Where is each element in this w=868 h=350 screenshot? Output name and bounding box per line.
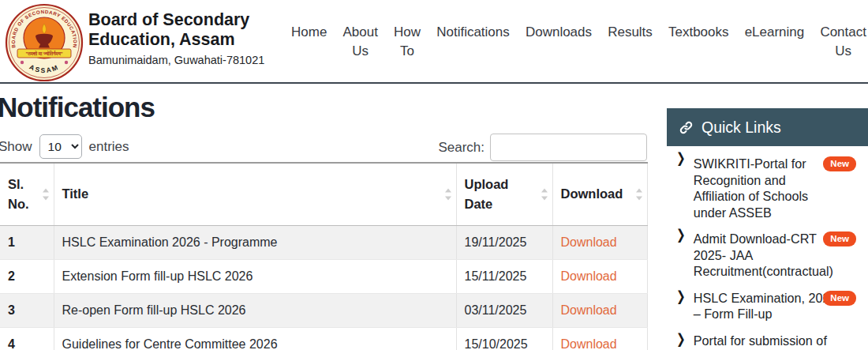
entries-control: Show 10 entries <box>0 134 129 159</box>
cell-download: Download <box>552 293 647 327</box>
cell-sl-no: 1 <box>0 225 54 259</box>
download-link[interactable]: Download <box>561 235 617 249</box>
new-badge: New <box>823 231 856 247</box>
table-row: 4 Guidelines for Centre Committee 2026 1… <box>0 327 647 350</box>
column-header-title[interactable]: Title <box>54 163 456 225</box>
notifications-table: Sl. No. Title Upload Date Download 1 HSL… <box>0 162 647 350</box>
table-header-row: Sl. No. Title Upload Date Download <box>0 163 647 225</box>
sort-updown-icon <box>445 187 452 201</box>
page-title: Notifications <box>0 92 155 123</box>
cell-download: Download <box>552 327 647 350</box>
entries-length-select[interactable]: 10 <box>39 134 82 159</box>
cell-download: Download <box>552 259 647 293</box>
search-control: Search: <box>436 134 647 161</box>
quick-link-label: SWIKRITI-Portal for Recognition and Affi… <box>694 156 840 220</box>
search-label: Search: <box>438 140 485 156</box>
column-header-sl-no[interactable]: Sl. No. <box>0 163 54 225</box>
download-link[interactable]: Download <box>561 303 617 317</box>
brand-block: Board of Secondary Education, Assam Bamu… <box>88 10 290 66</box>
nav-item-elearning[interactable]: eLearning <box>745 23 805 42</box>
show-label: Show <box>0 139 32 155</box>
download-link[interactable]: Download <box>561 269 617 283</box>
cell-upload-date: 03/11/2025 <box>456 293 552 327</box>
cell-download: Download <box>552 225 647 259</box>
chevron-right-icon: ❯ <box>676 148 686 229</box>
column-header-upload-date[interactable]: Upload Date <box>456 163 552 225</box>
quick-links-list: ❯ SWIKRITI-Portal for Recognition and Af… <box>667 146 868 350</box>
cell-title: Guidelines for Centre Committee 2026 <box>54 327 456 350</box>
table-row: 3 Re-open Form fill-up HSLC 2026 03/11/2… <box>0 293 647 327</box>
quick-links-title: Quick Links <box>702 119 781 137</box>
quick-link-swikriti-portal[interactable]: ❯ SWIKRITI-Portal for Recognition and Af… <box>676 156 868 220</box>
main-nav: Home About Us How To Notifications Downl… <box>291 23 866 61</box>
search-input[interactable] <box>490 134 647 161</box>
nav-item-textbooks[interactable]: Textbooks <box>668 23 729 42</box>
quick-link-label: Admit Download-CRT 2025- JAA Recruitment… <box>694 231 840 280</box>
nav-item-downloads[interactable]: Downloads <box>526 23 592 42</box>
new-badge: New <box>823 291 856 306</box>
link-icon <box>679 120 694 135</box>
nav-item-contact-us[interactable]: Contact Us <box>820 23 866 61</box>
download-link[interactable]: Download <box>561 337 617 350</box>
cell-title: Re-open Form fill-up HSLC 2026 <box>54 293 456 327</box>
school-seal-icon: BOARD OF SECONDARY EDUCATION "तमसो मा ज्… <box>5 3 84 82</box>
table-row: 2 Extension Form fill-up HSLC 2026 15/11… <box>0 259 647 293</box>
table-row: 1 HSLC Examination 2026 - Programme 19/1… <box>0 225 647 259</box>
cell-title: Extension Form fill-up HSLC 2026 <box>54 259 456 293</box>
column-header-download[interactable]: Download <box>552 163 647 225</box>
entries-label: entries <box>89 139 129 155</box>
cell-sl-no: 4 <box>0 327 54 350</box>
quick-link-label: Portal for submission of Utilization Cer… <box>694 333 868 350</box>
site-header: BOARD OF SECONDARY EDUCATION "तमसो मा ज्… <box>0 0 868 84</box>
cell-upload-date: 15/11/2025 <box>456 259 552 293</box>
brand-address: Bamunimaidam, Guwahati-781021 <box>88 54 290 66</box>
quick-link-admit-download-crt[interactable]: ❯ Admit Download-CRT 2025- JAA Recruitme… <box>676 231 868 280</box>
chevron-right-icon: ❯ <box>676 224 686 285</box>
chevron-right-icon: ❯ <box>676 328 686 350</box>
quick-link-utilization-certificate[interactable]: ❯ Portal for submission of Utilization C… <box>676 333 868 350</box>
sort-updown-icon <box>541 187 548 201</box>
nav-item-results[interactable]: Results <box>608 23 653 42</box>
nav-item-notifications[interactable]: Notifications <box>436 23 510 42</box>
new-badge: New <box>823 156 856 171</box>
nav-item-how-to[interactable]: How To <box>394 23 421 61</box>
sort-updown-icon <box>636 187 643 201</box>
page: BOARD OF SECONDARY EDUCATION "तमसो मा ज्… <box>0 0 868 350</box>
chevron-right-icon: ❯ <box>676 285 686 326</box>
nav-item-about-us[interactable]: About Us <box>342 23 377 61</box>
cell-upload-date: 19/11/2025 <box>456 225 552 259</box>
brand-title: Board of Secondary Education, Assam <box>88 10 286 51</box>
cell-title: HSLC Examination 2026 - Programme <box>54 225 456 259</box>
quick-links-panel: Quick Links ❯ SWIKRITI-Portal for Recogn… <box>667 108 868 350</box>
quick-link-hslc-form-fillup[interactable]: ❯ HSLC Examination, 2026 – Form Fill-up … <box>676 290 868 322</box>
svg-text:"तमसो मा ज्योतिर्गमय": "तमसो मा ज्योतिर्गमय" <box>25 50 62 56</box>
quick-links-header: Quick Links <box>667 108 868 146</box>
quick-link-label: HSLC Examination, 2026 – Form Fill-up <box>694 290 840 322</box>
sort-updown-icon <box>43 187 50 201</box>
nav-item-home[interactable]: Home <box>291 23 327 42</box>
cell-upload-date: 15/10/2025 <box>456 327 552 350</box>
bse-assam-logo[interactable]: BOARD OF SECONDARY EDUCATION "तमसो मा ज्… <box>5 3 84 82</box>
cell-sl-no: 2 <box>0 259 54 293</box>
cell-sl-no: 3 <box>0 293 54 327</box>
